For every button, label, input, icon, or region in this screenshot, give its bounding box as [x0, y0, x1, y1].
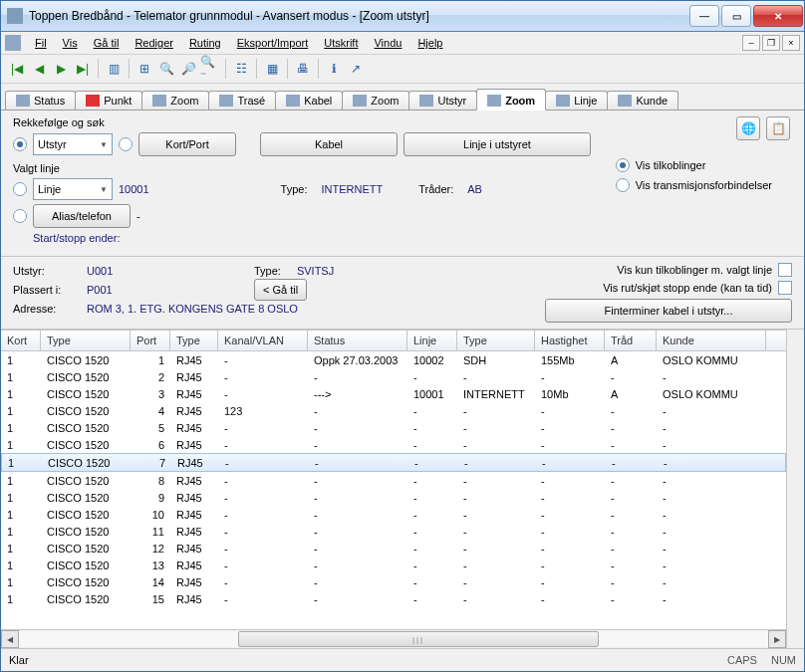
- menu-gatil[interactable]: Gå til: [86, 35, 128, 51]
- cell: -: [605, 543, 657, 555]
- print-icon[interactable]: 🖶: [293, 59, 313, 79]
- clipboard-button[interactable]: 📋: [766, 116, 790, 140]
- col-kunde[interactable]: Kunde: [657, 331, 766, 350]
- cell: -: [605, 439, 657, 451]
- v-scrollbar[interactable]: [786, 330, 804, 648]
- dropdown-linje[interactable]: Linje▼: [33, 178, 113, 200]
- zoom-in-icon[interactable]: 🔍: [156, 59, 176, 79]
- cell: -: [308, 371, 407, 383]
- table-row[interactable]: 1CISCO 152015RJ45-------: [1, 590, 786, 607]
- tab-zoom-2[interactable]: Zoom: [342, 91, 409, 110]
- col-kanal[interactable]: Kanal/VLAN: [218, 331, 308, 350]
- startstopp-label: Start/stopp ender:: [33, 232, 120, 244]
- menu-hjelp[interactable]: Hjelp: [409, 35, 450, 51]
- btn-kabel[interactable]: Kabel: [260, 132, 398, 156]
- col-ptype[interactable]: Type: [170, 331, 218, 350]
- tool-icon-1[interactable]: ▥: [104, 59, 124, 79]
- col-ltype[interactable]: Type: [457, 331, 535, 350]
- cell: RJ45: [170, 475, 218, 487]
- tool-icon-4[interactable]: ▦: [262, 59, 282, 79]
- tab-zoom-1[interactable]: Zoom: [141, 91, 209, 110]
- menu-eksport[interactable]: Eksport/Import: [229, 35, 317, 51]
- table-row[interactable]: 1CISCO 152010RJ45-------: [1, 506, 786, 523]
- tool-icon-3[interactable]: ☷: [231, 59, 251, 79]
- table-row[interactable]: 1CISCO 15203RJ45---->10001INTERNETT10MbA…: [1, 385, 786, 402]
- menu-vindu[interactable]: Vindu: [366, 35, 409, 51]
- cell: 12: [131, 543, 170, 555]
- tool-icon-2[interactable]: ⊞: [134, 59, 154, 79]
- maximize-button[interactable]: ▭: [721, 5, 751, 27]
- table-row[interactable]: 1CISCO 152012RJ45-------: [1, 540, 786, 557]
- titlebar[interactable]: Toppen Bredbånd - Telemator grunnmodul -…: [1, 1, 804, 32]
- chk-valgtlinje[interactable]: [778, 263, 792, 277]
- tab-status[interactable]: Status: [5, 91, 76, 110]
- col-status[interactable]: Status: [308, 331, 407, 350]
- chk-rutskjot[interactable]: [778, 281, 792, 295]
- cell: -: [657, 492, 766, 504]
- h-scrollbar[interactable]: ◀ ||| ▶: [1, 629, 786, 648]
- menu-rediger[interactable]: Rediger: [127, 35, 181, 51]
- tab-utstyr[interactable]: Utstyr: [408, 91, 477, 110]
- radio-linje[interactable]: [13, 182, 27, 196]
- scroll-left-icon[interactable]: ◀: [1, 630, 19, 648]
- table-row[interactable]: 1CISCO 152013RJ45-------: [1, 557, 786, 573]
- table-row[interactable]: 1CISCO 15207RJ45-------: [1, 453, 786, 472]
- nav-next-icon[interactable]: ▶: [51, 59, 71, 79]
- table-row[interactable]: 1CISCO 152011RJ45-------: [1, 523, 786, 540]
- btn-finterminer[interactable]: Finterminer kabel i utstyr...: [545, 299, 792, 323]
- tab-punkt[interactable]: Punkt: [75, 91, 142, 110]
- table-row[interactable]: 1CISCO 15209RJ45-------: [1, 489, 786, 506]
- btn-gaatil[interactable]: < Gå til: [254, 279, 307, 301]
- nav-last-icon[interactable]: ▶|: [73, 59, 93, 79]
- col-type[interactable]: Type: [41, 331, 131, 350]
- btn-linje-utstyr[interactable]: Linje i utstyret: [403, 132, 591, 156]
- cell: CISCO 1520: [41, 475, 131, 487]
- zoom-tool-icon[interactable]: 🔎: [178, 59, 198, 79]
- nav-first-icon[interactable]: |◀: [7, 59, 27, 79]
- table-body[interactable]: 1CISCO 15201RJ45-Oppk 27.03.200310002SDH…: [1, 351, 786, 629]
- mdi-close[interactable]: ×: [782, 35, 800, 51]
- col-hastighet[interactable]: Hastighet: [535, 331, 605, 350]
- menu-fil[interactable]: Fil: [27, 35, 55, 51]
- btn-kortport[interactable]: Kort/Port: [138, 132, 236, 156]
- btn-alias[interactable]: Alias/telefon: [33, 204, 131, 228]
- mdi-minimize[interactable]: –: [742, 35, 760, 51]
- tab-linje[interactable]: Linje: [545, 91, 608, 110]
- globe-button[interactable]: 🌐: [736, 116, 760, 140]
- radio-kortport[interactable]: [119, 137, 133, 151]
- tab-zoom-active[interactable]: Zoom: [476, 89, 546, 111]
- mdi-restore[interactable]: ❐: [762, 35, 780, 51]
- tool-icon-5[interactable]: ↗: [346, 59, 366, 79]
- table-row[interactable]: 1CISCO 15201RJ45-Oppk 27.03.200310002SDH…: [1, 351, 786, 368]
- menu-vis[interactable]: Vis: [55, 35, 86, 51]
- radio-alias[interactable]: [13, 209, 27, 223]
- table-row[interactable]: 1CISCO 15202RJ45-------: [1, 368, 786, 385]
- table-row[interactable]: 1CISCO 15206RJ45-------: [1, 436, 786, 453]
- radio-utstyr[interactable]: [13, 137, 27, 151]
- tab-trase[interactable]: Trasé: [208, 91, 276, 110]
- table-row[interactable]: 1CISCO 152014RJ45-------: [1, 573, 786, 590]
- close-button[interactable]: ✕: [753, 5, 803, 27]
- tab-kabel[interactable]: Kabel: [275, 91, 343, 110]
- col-linje[interactable]: Linje: [407, 331, 457, 350]
- nav-prev-icon[interactable]: ◀: [29, 59, 49, 79]
- col-kort[interactable]: Kort: [1, 331, 41, 350]
- cell: -: [218, 492, 308, 504]
- tab-kunde[interactable]: Kunde: [607, 91, 678, 110]
- col-port[interactable]: Port: [131, 331, 170, 350]
- minimize-button[interactable]: —: [689, 5, 719, 27]
- zoom-reset-icon[interactable]: 🔍⁻: [200, 59, 220, 79]
- help-icon[interactable]: ℹ: [324, 59, 344, 79]
- menu-utskrift[interactable]: Utskrift: [316, 35, 366, 51]
- scroll-thumb[interactable]: |||: [238, 631, 599, 647]
- col-trad[interactable]: Tråd: [605, 331, 657, 350]
- dropdown-utstyr[interactable]: Utstyr▼: [33, 133, 113, 155]
- table-row[interactable]: 1CISCO 15204RJ45123------: [1, 402, 786, 419]
- cell: -: [657, 475, 766, 487]
- radio-vis-transmisjon[interactable]: [616, 178, 630, 192]
- table-row[interactable]: 1CISCO 15205RJ45-------: [1, 419, 786, 436]
- table-row[interactable]: 1CISCO 15208RJ45-------: [1, 472, 786, 489]
- scroll-right-icon[interactable]: ▶: [768, 630, 786, 648]
- menu-ruting[interactable]: Ruting: [181, 35, 229, 51]
- radio-vis-tilkoblinger[interactable]: [616, 158, 630, 172]
